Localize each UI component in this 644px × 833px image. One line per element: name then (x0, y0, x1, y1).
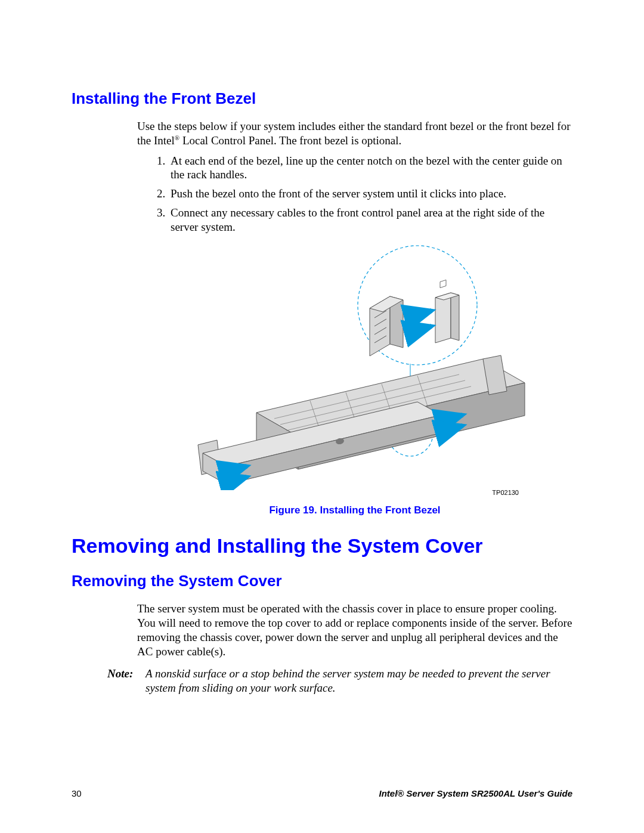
figure-caption: Figure 19. Installing the Front Bezel (137, 504, 572, 516)
step-item: At each end of the bezel, line up the ce… (168, 154, 572, 182)
heading-system-cover: Removing and Installing the System Cover (72, 534, 572, 558)
registered-mark: ® (175, 134, 179, 147)
note-text: A nonskid surface or a stop behind the s… (145, 667, 572, 695)
steps-list: At each end of the bezel, line up the ce… (137, 154, 572, 234)
step-item: Connect any necessary cables to the fron… (168, 206, 572, 234)
svg-marker-9 (435, 293, 451, 343)
heading-removing-system-cover: Removing the System Cover (72, 572, 572, 590)
guide-title: Intel® Server System SR2500AL User's Gui… (379, 788, 573, 798)
svg-marker-10 (451, 293, 459, 340)
svg-rect-12 (440, 280, 446, 288)
intro-text-suffix: Local Control Panel. The front bezel is … (179, 134, 401, 147)
step-item: Push the bezel onto the front of the ser… (168, 187, 572, 201)
figure-illustration (173, 240, 537, 493)
page-footer: 30 Intel® Server System SR2500AL User's … (72, 788, 572, 798)
svg-line-14 (405, 326, 432, 333)
note-block: Note: A nonskid surface or a stop behind… (107, 667, 572, 695)
svg-line-13 (405, 311, 432, 318)
heading-installing-front-bezel: Installing the Front Bezel (72, 89, 572, 108)
intro-paragraph-1: Use the steps below if your system inclu… (137, 119, 572, 148)
figure-container: TP02130 Figure 19. Installing the Front … (137, 240, 572, 516)
page-number: 30 (72, 788, 82, 798)
intro-paragraph-2: The server system must be operated with … (137, 602, 572, 658)
note-label: Note: (107, 667, 140, 695)
document-page: Installing the Front Bezel Use the steps… (0, 0, 644, 833)
